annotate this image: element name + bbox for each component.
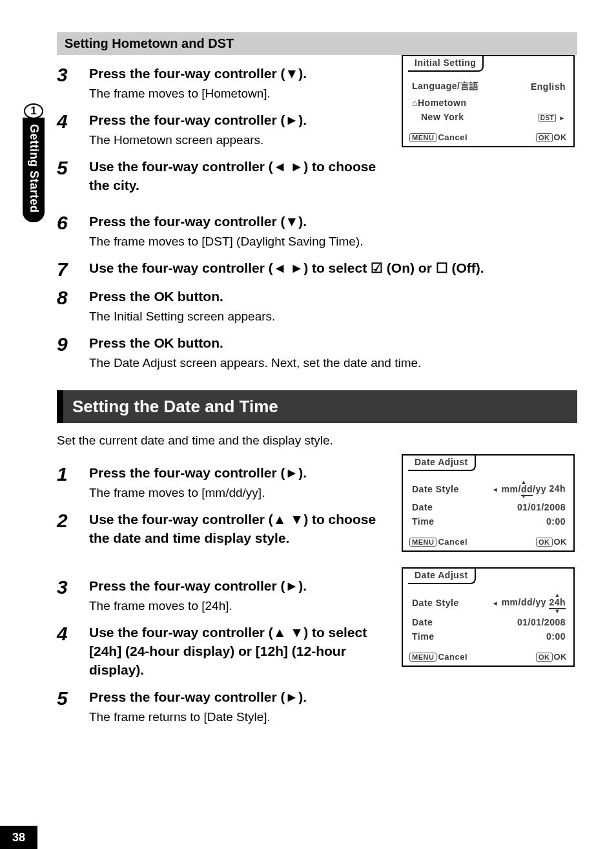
step-b1: 1 Press the four-way controller (►). The… xyxy=(57,463,391,502)
left-right-arrow-icon: ◄ ► xyxy=(273,159,303,174)
step-number: 9 xyxy=(57,333,89,372)
ok-button-text: OK xyxy=(154,289,174,304)
date-style-label: Date Style xyxy=(412,598,459,608)
step-title-text: button. xyxy=(174,335,223,350)
date-style-label: Date Style xyxy=(412,484,459,494)
hour-mode: 24h xyxy=(549,483,566,493)
step-title-text: Use the four-way controller ( xyxy=(89,512,273,527)
step-title-text: Press the four-way controller ( xyxy=(89,689,285,704)
left-arrow-icon: ◄ xyxy=(492,485,498,492)
caret-down-icon: ▼ xyxy=(521,494,527,498)
step-9: 9 Press the OK button. The Date Adjust s… xyxy=(57,333,577,372)
language-label: Language/言語 xyxy=(412,81,479,92)
section-title-date-time: Setting the Date and Time xyxy=(57,390,577,423)
ok-button-text: OK xyxy=(154,335,174,350)
step-title-text: ). xyxy=(298,465,307,480)
step-number: 1 xyxy=(57,463,89,502)
down-arrow-icon: ▼ xyxy=(285,214,298,229)
step-title-text: Press the four-way controller ( xyxy=(89,112,285,127)
menu-button-icon: MENU xyxy=(409,133,436,142)
page-number: 38 xyxy=(0,826,37,849)
lcd-initial-setting: Initial Setting Language/言語 English ⌂Hom… xyxy=(402,55,575,147)
time-value: 0:00 xyxy=(546,631,566,642)
menu-button-icon: MENU xyxy=(409,653,436,662)
step-title-text: Press the xyxy=(89,289,154,304)
checkbox-off-icon: ☐ xyxy=(436,260,448,275)
step-number: 3 xyxy=(57,64,89,103)
ok-button-icon: OK xyxy=(536,653,553,662)
step-number: 2 xyxy=(57,510,89,548)
chapter-label: Getting Started xyxy=(23,118,45,222)
right-arrow-icon: ► xyxy=(559,114,566,121)
step-number: 7 xyxy=(57,258,89,279)
lcd-date-adjust-2: Date Adjust Date Style ◄ mm/dd/yy ▲24h▼ … xyxy=(402,567,575,667)
dst-icon: DST xyxy=(539,114,557,122)
step-b3: 3 Press the four-way controller (►). The… xyxy=(57,576,391,615)
right-arrow-icon: ► xyxy=(285,465,298,480)
step-b2: 2 Use the four-way controller (▲ ▼) to c… xyxy=(57,510,391,548)
step-title-text: ). xyxy=(298,112,307,127)
step-number: 8 xyxy=(57,287,89,326)
cancel-label: Cancel xyxy=(438,652,467,662)
step-number: 5 xyxy=(57,157,89,195)
step-title-text: ). xyxy=(298,578,307,593)
step-title-text: Use the four-way controller ( xyxy=(89,159,273,174)
left-right-arrow-icon: ◄ ► xyxy=(273,260,303,275)
date-format: mm/dd/yy xyxy=(502,597,546,607)
lcd-tab-label: Initial Setting xyxy=(408,55,484,72)
step-3: 3 Press the four-way controller (▼). The… xyxy=(57,64,391,103)
checkbox-on-icon: ☑ xyxy=(371,260,383,275)
date-value: 01/01/2008 xyxy=(517,502,566,512)
ok-label: OK xyxy=(554,652,568,662)
step-number: 3 xyxy=(57,576,89,615)
caret-down-icon: ▼ xyxy=(554,609,560,613)
hometown-label: Hometown xyxy=(418,98,467,108)
step-title-text: ). xyxy=(298,66,307,81)
step-title-text: Press the four-way controller ( xyxy=(89,465,285,480)
right-arrow-icon: ► xyxy=(285,689,298,704)
cancel-label: Cancel xyxy=(438,537,467,547)
step-title-text: Press the four-way controller ( xyxy=(89,578,285,593)
step-title-text: Press the four-way controller ( xyxy=(89,66,285,81)
ok-label: OK xyxy=(554,537,568,547)
time-label: Time xyxy=(412,516,434,527)
step-title-text: ) to select xyxy=(303,260,371,275)
time-label: Time xyxy=(412,631,434,642)
ok-button-icon: OK xyxy=(536,538,553,547)
menu-button-icon: MENU xyxy=(409,538,436,547)
language-value: English xyxy=(531,81,566,92)
step-title-text: Use the four-way controller ( xyxy=(89,260,273,275)
step-4: 4 Press the four-way controller (►). The… xyxy=(57,110,391,149)
step-title-text: (On) or xyxy=(383,260,436,275)
step-title-text: ). xyxy=(298,689,307,704)
lcd-date-adjust-1: Date Adjust Date Style ◄ ▲mm/dd/yy▼ 24h … xyxy=(402,454,575,552)
time-value: 0:00 xyxy=(546,516,566,527)
step-7: 7 Use the four-way controller (◄ ►) to s… xyxy=(57,258,577,279)
step-b5: 5 Press the four-way controller (►). The… xyxy=(57,687,391,726)
step-number: 4 xyxy=(57,110,89,149)
side-chapter-tab: 1 Getting Started xyxy=(19,103,48,222)
step-desc: The Date Adjust screen appears. Next, se… xyxy=(89,355,577,372)
lcd-tab-label: Date Adjust xyxy=(408,567,476,584)
step-title-text: Use the four-way controller ( xyxy=(89,625,273,640)
step-8: 8 Press the OK button. The Initial Setti… xyxy=(57,287,577,326)
step-title-text: button. xyxy=(174,289,223,304)
right-arrow-icon: ► xyxy=(285,578,298,593)
step-number: 4 xyxy=(57,623,89,680)
ok-label: OK xyxy=(554,132,568,142)
step-desc: The frame moves to [DST] (Daylight Savin… xyxy=(89,233,577,251)
left-arrow-icon: ◄ xyxy=(492,600,498,607)
step-title-text: Press the xyxy=(89,335,154,350)
section-intro: Set the current date and time and the di… xyxy=(57,434,577,448)
chapter-number: 1 xyxy=(24,103,43,119)
subheading-hometown-dst: Setting Hometown and DST xyxy=(57,32,577,55)
step-desc: The frame moves to [24h]. xyxy=(89,598,391,615)
date-label: Date xyxy=(412,617,433,627)
ok-button-icon: OK xyxy=(536,133,553,142)
step-b4: 4 Use the four-way controller (▲ ▼) to s… xyxy=(57,623,391,680)
step-title-text: ). xyxy=(298,214,307,229)
date-value: 01/01/2008 xyxy=(517,617,566,627)
hometown-city: New York xyxy=(421,112,464,122)
step-desc: The Hometown screen appears. xyxy=(89,132,391,149)
step-desc: The frame moves to [Hometown]. xyxy=(89,85,391,103)
